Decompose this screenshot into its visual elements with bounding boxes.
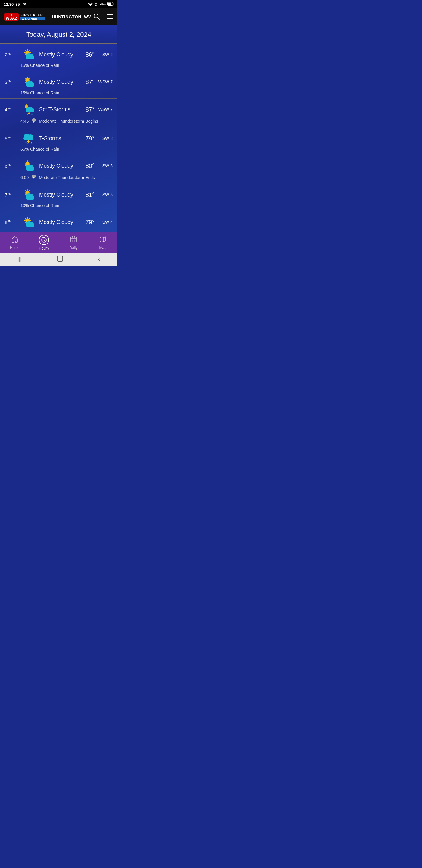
bottom-nav: Home Hourly Daily [0, 232, 118, 253]
svg-line-11 [29, 51, 30, 51]
weather-sub: 4:45 Moderate Thunderstorm Begins [5, 118, 112, 124]
weather-row: 6PM Mostly Cloudy 80° SW 5 6:00 [0, 155, 118, 184]
battery-percent: 69% [99, 2, 106, 6]
weather-row: 5PM T-Storms 79° SW 8 65% Chance of Rain [0, 127, 118, 155]
dnd-icon: ⊘ [94, 2, 98, 7]
logo-text: FIRST ALERT WEATHER [21, 13, 45, 21]
svg-line-63 [25, 165, 26, 166]
home-button[interactable] [57, 255, 63, 264]
condition-text: Mostly Cloudy [39, 52, 78, 58]
svg-line-26 [25, 82, 26, 82]
nav-label: Map [99, 246, 106, 250]
temperature: 87° [78, 106, 95, 113]
svg-rect-112 [57, 256, 63, 261]
temperature: 87° [78, 79, 95, 86]
search-icon[interactable] [93, 13, 100, 21]
logo-box: 3 WSAZ [4, 13, 19, 21]
svg-rect-108 [72, 241, 73, 242]
wind-speed: SW 8 [98, 136, 112, 141]
svg-line-9 [25, 51, 26, 51]
weather-icon [21, 103, 37, 116]
weather-sub: 65% Chance of Rain [5, 147, 112, 152]
svg-rect-107 [74, 240, 75, 241]
home-nav-icon [11, 236, 19, 245]
sub-event-time: 4:45 [21, 119, 29, 124]
status-bar: 12:30 85° ✖ ⊘ 69% [0, 0, 118, 8]
hour-time: 8PM [5, 220, 21, 225]
svg-line-35 [25, 105, 25, 106]
svg-rect-51 [24, 137, 33, 140]
condition-text: Sct T-Storms [39, 106, 78, 113]
hour-time: 2PM [5, 52, 21, 57]
sub-text: 65% Chance of Rain [21, 147, 59, 152]
svg-line-90 [25, 218, 26, 219]
weather-main-row: 4PM Sct T-Storms 87° WSW 7 [5, 103, 112, 116]
weather-icon [21, 188, 37, 201]
svg-line-92 [29, 218, 30, 219]
nav-label: Home [10, 246, 20, 250]
svg-rect-41 [26, 110, 34, 112]
svg-line-76 [25, 191, 26, 191]
svg-line-101 [44, 240, 45, 241]
nav-label: Daily [69, 246, 77, 250]
logo: 3 WSAZ FIRST ALERT WEATHER [4, 13, 45, 21]
svg-rect-98 [26, 224, 34, 227]
svg-rect-109 [74, 241, 75, 242]
back-button[interactable]: ‹ [98, 256, 100, 262]
nav-item-hourly[interactable]: Hourly [33, 235, 55, 250]
weather-row: 2PM Mostly Cloudy 86° SW 6 15% Chance of… [0, 44, 118, 71]
svg-line-23 [25, 78, 26, 79]
nav-item-map[interactable]: Map [92, 236, 113, 250]
menu-button[interactable] [107, 14, 113, 19]
battery-icon [107, 2, 114, 7]
svg-rect-106 [72, 240, 73, 241]
weather-main-row: 3PM Mostly Cloudy 87° WSW 7 [5, 75, 112, 89]
nav-item-daily[interactable]: Daily [63, 236, 84, 250]
svg-line-62 [29, 162, 30, 162]
temperature: 79° [78, 135, 95, 142]
status-time: 12:30 [4, 2, 13, 7]
wind-speed: SW 6 [98, 52, 112, 57]
weather-row: 8PM Mostly Cloudy 79° SW 4 [0, 211, 118, 232]
logo-weather: WEATHER [21, 17, 45, 21]
recent-apps-button[interactable]: ||| [18, 256, 22, 262]
wifi-icon [88, 2, 93, 7]
hourly-weather-list: 2PM Mostly Cloudy 86° SW 6 15% Chance of… [0, 44, 118, 232]
weather-row: 4PM Sct T-Storms 87° WSW 7 4:45 [0, 98, 118, 127]
weather-sub: 6:00 Moderate Thunderstorm Ends [5, 174, 112, 181]
condition-text: T-Storms [39, 135, 78, 142]
condition-text: Mostly Cloudy [39, 79, 78, 85]
svg-line-60 [25, 162, 26, 162]
condition-text: Mostly Cloudy [39, 192, 78, 198]
svg-rect-68 [26, 168, 34, 170]
svg-line-93 [25, 222, 26, 222]
logo-first-alert: FIRST ALERT [21, 13, 45, 17]
location-text: HUNTINGTON, WV [52, 14, 91, 19]
weather-icon [21, 132, 37, 145]
weather-sub: 15% Chance of Rain [5, 63, 112, 68]
hour-time: 5PM [5, 136, 21, 141]
nav-item-home[interactable]: Home [4, 236, 25, 250]
wind-speed: WSW 7 [98, 107, 112, 112]
svg-line-3 [98, 18, 100, 19]
sub-event-text: Moderate Thunderstorm Begins [39, 119, 98, 124]
svg-marker-42 [28, 112, 30, 115]
status-temp: 85° [15, 2, 21, 7]
sub-event-time: 6:00 [21, 175, 29, 180]
system-nav: ||| ‹ [0, 253, 118, 266]
map-nav-icon [99, 236, 106, 245]
weather-row: 7PM Mostly Cloudy 81° SW 5 10% Chance of… [0, 184, 118, 211]
date-banner: Today, August 2, 2024 [0, 25, 118, 44]
location-display[interactable]: HUNTINGTON, WV [52, 13, 100, 21]
temperature: 81° [78, 191, 95, 198]
status-left: 12:30 85° ✖ [4, 2, 26, 7]
logo-station: WSAZ [6, 16, 17, 20]
svg-marker-52 [27, 140, 30, 144]
svg-line-79 [25, 194, 26, 195]
weather-sub: 10% Chance of Rain [5, 203, 112, 208]
hour-time: 3PM [5, 80, 21, 85]
sub-event-text: Moderate Thunderstorm Ends [39, 175, 95, 180]
wind-speed: SW 5 [98, 192, 112, 197]
svg-line-12 [25, 54, 26, 55]
svg-line-25 [29, 78, 30, 79]
